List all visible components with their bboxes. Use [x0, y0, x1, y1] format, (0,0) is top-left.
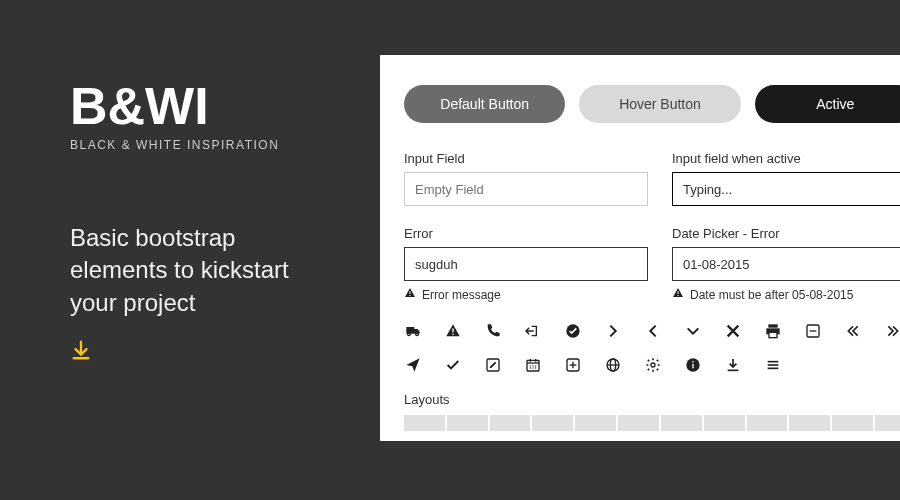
date-field-label: Date Picker - Error [672, 226, 900, 241]
download-icon [724, 356, 742, 374]
date-field-group: Date Picker - Error Date must be after 0… [672, 226, 900, 302]
layout-col [447, 415, 488, 431]
brand-logo: B&WI [70, 80, 310, 132]
svg-rect-3 [410, 295, 411, 296]
plus-square-icon [564, 356, 582, 374]
svg-point-7 [416, 333, 419, 336]
icon-row-1 [404, 322, 900, 340]
svg-rect-4 [678, 291, 679, 294]
error-field-group: Error Error message [404, 226, 648, 302]
layout-col [747, 415, 788, 431]
download-icon[interactable] [70, 339, 310, 367]
error-message: Error message [404, 287, 648, 302]
input-row-2: Error Error message Date Picker - Error … [404, 226, 900, 302]
layout-col [404, 415, 445, 431]
check-circle-icon [564, 322, 582, 340]
empty-input[interactable] [404, 172, 648, 206]
date-error-message-text: Date must be after 05-08-2015 [690, 288, 853, 302]
minus-square-icon [804, 322, 822, 340]
layout-col [661, 415, 702, 431]
icon-row-2 [404, 356, 900, 374]
branding-panel: B&WI BLACK & WHITE INSPIRATION Basic boo… [0, 0, 360, 500]
active-button[interactable]: Active [755, 85, 900, 123]
check-icon [444, 356, 462, 374]
date-input[interactable] [672, 247, 900, 281]
input-row-1: Input Field Input field when active [404, 151, 900, 206]
svg-rect-8 [452, 328, 453, 332]
active-input[interactable] [672, 172, 900, 206]
gear-icon [644, 356, 662, 374]
error-input[interactable] [404, 247, 648, 281]
error-message-text: Error message [422, 288, 501, 302]
warning-icon [404, 287, 416, 302]
double-chevron-right-icon [884, 322, 900, 340]
calendar-icon [524, 356, 542, 374]
component-showcase-panel: Default Button Hover Button Active Input… [380, 55, 900, 441]
date-error-message: Date must be after 05-08-2015 [672, 287, 900, 302]
phone-icon [484, 322, 502, 340]
layout-col [789, 415, 830, 431]
layout-col [532, 415, 573, 431]
layout-col [875, 415, 900, 431]
svg-rect-32 [692, 364, 693, 369]
double-chevron-left-icon [844, 322, 862, 340]
edit-square-icon [484, 356, 502, 374]
svg-rect-33 [692, 361, 693, 362]
empty-field-group: Input Field [404, 151, 648, 206]
svg-rect-2 [410, 291, 411, 294]
warning-icon [444, 322, 462, 340]
svg-point-6 [408, 333, 411, 336]
layout-col [618, 415, 659, 431]
svg-rect-11 [768, 324, 777, 327]
layout-grid-12 [404, 415, 900, 431]
layout-col [575, 415, 616, 431]
truck-icon [404, 322, 422, 340]
brand-subtitle: BLACK & WHITE INSPIRATION [70, 138, 310, 152]
chevron-right-icon [604, 322, 622, 340]
globe-icon [604, 356, 622, 374]
menu-icon [764, 356, 782, 374]
layout-col [490, 415, 531, 431]
hover-button[interactable]: Hover Button [579, 85, 740, 123]
brand-tagline: Basic bootstrap elements to kickstart yo… [70, 222, 310, 319]
chevron-down-icon [684, 322, 702, 340]
close-icon [724, 322, 742, 340]
layout-col [832, 415, 873, 431]
active-field-group: Input field when active [672, 151, 900, 206]
default-button[interactable]: Default Button [404, 85, 565, 123]
empty-field-label: Input Field [404, 151, 648, 166]
signout-icon [524, 322, 542, 340]
send-icon [404, 356, 422, 374]
svg-rect-13 [769, 332, 777, 337]
active-field-label: Input field when active [672, 151, 900, 166]
print-icon [764, 322, 782, 340]
svg-rect-9 [452, 334, 453, 335]
info-icon [684, 356, 702, 374]
button-row: Default Button Hover Button Active [404, 85, 900, 123]
warning-icon [672, 287, 684, 302]
chevron-left-icon [644, 322, 662, 340]
layouts-label: Layouts [404, 392, 900, 407]
layout-col [704, 415, 745, 431]
svg-point-30 [651, 363, 655, 367]
svg-rect-5 [678, 295, 679, 296]
error-field-label: Error [404, 226, 648, 241]
